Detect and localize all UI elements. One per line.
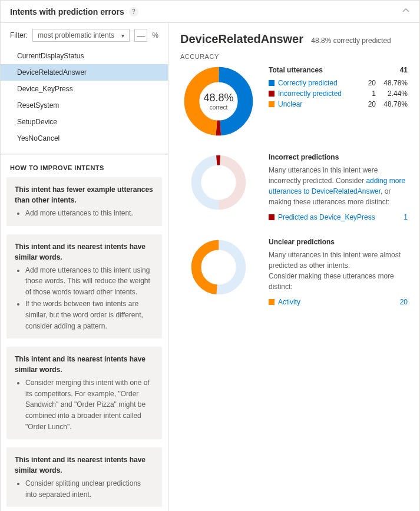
pred-label[interactable]: Predicted as Device_KeyPress — [278, 213, 386, 221]
donut-caption: correct — [203, 104, 233, 111]
legend-label[interactable]: Incorrectly predicted — [278, 89, 355, 98]
legend-swatch — [269, 91, 275, 97]
total-value: 41 — [400, 66, 408, 74]
unclear-row: Unclear predictions Many utterances in t… — [180, 238, 408, 306]
filter-dropdown[interactable]: most problematic intents ▾ — [32, 29, 130, 42]
panel-header: Intents with prediction errors ? — [1, 1, 419, 23]
donut-center: 48.8% correct — [203, 92, 233, 111]
accuracy-label: ACCURACY — [180, 53, 408, 60]
incorrect-title: Incorrect predictions — [269, 153, 408, 161]
tip-title: This intent has fewer example utterances… — [15, 184, 154, 205]
tips-container: This intent has fewer example utterances… — [1, 177, 168, 507]
unclear-title: Unclear predictions — [269, 238, 408, 246]
tip-title: This intent and its nearest intents have… — [15, 241, 154, 263]
legend-row: Unclear2048.78% — [269, 99, 408, 110]
pred-value[interactable]: 20 — [390, 298, 408, 306]
tip-bullets: Consider splitting unclear predictions i… — [15, 478, 154, 500]
prediction-row: Predicted as Device_KeyPress1 — [269, 213, 408, 221]
detail-header: DeviceRelatedAnswer 48.8% correctly pred… — [180, 32, 408, 46]
right-column: DeviceRelatedAnswer 48.8% correctly pred… — [168, 23, 419, 511]
detail-subtitle: 48.8% correctly predicted — [311, 36, 391, 45]
incorrect-donut — [180, 153, 257, 212]
intent-list: CurrentDisplayStatusDeviceRelatedAnswerD… — [1, 45, 168, 154]
legend-count: 1 — [358, 89, 376, 98]
accuracy-legend: Total utterances 41 Correctly predicted2… — [269, 66, 408, 110]
tip-title: This intent and its nearest intents have… — [15, 454, 154, 476]
legend-pct: 48.78% — [379, 100, 408, 108]
panel-body: Filter: most problematic intents ▾ — % C… — [1, 23, 419, 511]
panel-title: Intents with prediction errors ? — [10, 7, 138, 16]
intent-item[interactable]: Device_KeyPress — [1, 81, 168, 97]
legend-pct: 2.44% — [379, 89, 408, 98]
filter-label: Filter: — [10, 31, 28, 39]
tip-bullets: Add more utterances to this intent using… — [15, 265, 154, 332]
total-label: Total utterances — [269, 66, 323, 74]
total-row: Total utterances 41 — [269, 66, 408, 74]
intent-item[interactable]: DeviceRelatedAnswer — [1, 64, 168, 81]
toggle-button[interactable]: — — [134, 29, 147, 42]
pred-swatch — [269, 299, 275, 305]
intent-item[interactable]: ResetSystem — [1, 97, 168, 114]
intents-panel: Intents with prediction errors ? Filter:… — [0, 0, 420, 511]
intent-item[interactable]: YesNoCancel — [1, 130, 168, 147]
legend-swatch — [269, 80, 275, 86]
prediction-row: Activity20 — [269, 298, 408, 306]
tip-bullets: Add more utterances to this intent. — [15, 208, 154, 219]
unclear-legend: Unclear predictions Many utterances in t… — [269, 238, 408, 306]
tip-bullet: If the words between two intents are sim… — [25, 298, 154, 331]
legend-label[interactable]: Correctly predicted — [278, 79, 355, 87]
tip-bullet: Add more utterances to this intent. — [25, 208, 154, 219]
detail-title: DeviceRelatedAnswer — [180, 32, 303, 46]
accuracy-row: 48.8% correct Total utterances 41 Correc… — [180, 66, 408, 137]
percent-label: % — [152, 31, 158, 39]
donut-percent: 48.8% — [203, 92, 233, 104]
tip-title: This intent and its nearest intents have… — [15, 354, 154, 375]
incorrect-desc: Many utterances in this intent were inco… — [269, 165, 408, 207]
legend-pct: 48.78% — [379, 79, 408, 87]
legend-label[interactable]: Unclear — [278, 100, 355, 108]
tip-card: This intent and its nearest intents have… — [6, 447, 162, 507]
panel-title-text: Intents with prediction errors — [10, 7, 124, 16]
tip-card: This intent and its nearest intents have… — [6, 234, 162, 339]
accuracy-donut: 48.8% correct — [180, 66, 257, 137]
help-icon[interactable]: ? — [129, 7, 138, 16]
pred-swatch — [269, 214, 275, 220]
tip-card: This intent has fewer example utterances… — [6, 177, 162, 226]
left-column: Filter: most problematic intents ▾ — % C… — [1, 23, 168, 511]
intent-item[interactable]: CurrentDisplayStatus — [1, 48, 168, 64]
unclear-donut — [180, 238, 257, 297]
unclear-desc: Many utterances in this intent were almo… — [269, 250, 408, 292]
tip-bullet: Consider splitting unclear predictions i… — [25, 478, 154, 500]
collapse-icon[interactable] — [402, 6, 410, 16]
intent-item[interactable]: SetupDevice — [1, 114, 168, 130]
tip-bullet: Consider merging this intent with one of… — [25, 377, 154, 432]
legend-row: Correctly predicted2048.78% — [269, 78, 408, 88]
howto-header: HOW TO IMPROVE INTENTS — [1, 155, 168, 177]
legend-row: Incorrectly predicted12.44% — [269, 88, 408, 99]
chevron-down-icon: ▾ — [121, 32, 124, 39]
legend-count: 20 — [358, 79, 376, 87]
pred-label[interactable]: Activity — [278, 298, 386, 306]
incorrect-legend: Incorrect predictions Many utterances in… — [269, 153, 408, 221]
incorrect-row: Incorrect predictions Many utterances in… — [180, 153, 408, 221]
filter-row: Filter: most problematic intents ▾ — % — [1, 23, 168, 45]
tip-bullet: Add more utterances to this intent using… — [25, 265, 154, 298]
legend-count: 20 — [358, 100, 376, 108]
filter-dropdown-value: most problematic intents — [38, 31, 114, 39]
tip-card: This intent and its nearest intents have… — [6, 347, 162, 439]
pred-value[interactable]: 1 — [390, 213, 408, 221]
tip-bullets: Consider merging this intent with one of… — [15, 377, 154, 432]
legend-swatch — [269, 101, 275, 107]
